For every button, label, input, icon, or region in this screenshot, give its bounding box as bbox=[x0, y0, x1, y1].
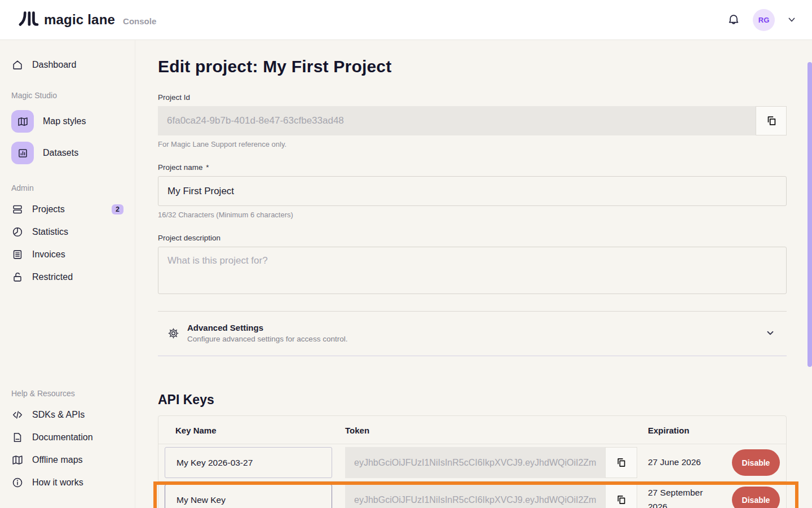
sidebar-item-label: Offline maps bbox=[32, 455, 83, 465]
sidebar: Dashboard Magic Studio Map styles Datase… bbox=[0, 40, 135, 508]
disable-key-button[interactable]: Disable bbox=[732, 487, 780, 508]
project-name-label-text: Project name bbox=[158, 163, 203, 172]
sidebar-item-dashboard[interactable]: Dashboard bbox=[0, 54, 135, 76]
pie-chart-icon bbox=[11, 226, 24, 238]
token-group bbox=[345, 484, 637, 508]
sidebar-section-help: Help & Resources bbox=[0, 389, 135, 398]
magic-lane-logo-icon bbox=[17, 10, 39, 29]
project-id-field bbox=[158, 106, 756, 135]
account-menu-chevron-down-icon[interactable] bbox=[787, 15, 796, 24]
project-id-helper: For Magic Lane Support reference only. bbox=[158, 140, 787, 148]
copy-project-id-button[interactable] bbox=[756, 106, 787, 135]
api-keys-title: API Keys bbox=[158, 392, 787, 408]
sidebar-item-label: How it works bbox=[32, 478, 83, 488]
key-name-input[interactable] bbox=[165, 484, 332, 508]
sidebar-item-statistics[interactable]: Statistics bbox=[0, 221, 135, 243]
api-keys-table: Key Name Token Expiration bbox=[158, 415, 787, 508]
sidebar-item-map-styles[interactable]: Map styles bbox=[0, 106, 135, 137]
sidebar-item-label: Statistics bbox=[32, 227, 68, 237]
home-icon bbox=[11, 59, 24, 71]
chevron-down-icon[interactable] bbox=[765, 328, 775, 338]
open-lock-icon bbox=[11, 271, 24, 283]
expiration-date: 27 September 2026 bbox=[638, 486, 723, 508]
datasets-icon-box bbox=[11, 142, 34, 164]
copy-icon bbox=[765, 115, 778, 127]
copy-icon bbox=[615, 494, 627, 506]
sidebar-item-label: SDKs & APIs bbox=[32, 410, 85, 420]
sidebar-item-label: Dashboard bbox=[32, 60, 76, 70]
sidebar-item-invoices[interactable]: Invoices bbox=[0, 243, 135, 266]
sidebar-item-projects[interactable]: Projects 2 bbox=[0, 198, 135, 221]
gear-icon bbox=[167, 327, 180, 340]
sidebar-item-datasets[interactable]: Datasets bbox=[0, 137, 135, 169]
project-id-group: Project Id For Magic Lane Support refere… bbox=[158, 93, 787, 148]
projects-stack-icon bbox=[11, 203, 24, 216]
sidebar-item-documentation[interactable]: Documentation bbox=[0, 426, 135, 449]
sidebar-item-label: Documentation bbox=[32, 432, 93, 443]
api-key-row: 27 September 2026 Disable bbox=[158, 481, 786, 508]
project-description-label: Project description bbox=[158, 234, 787, 242]
invoice-document-icon bbox=[11, 248, 24, 261]
column-header-token: Token bbox=[345, 426, 638, 435]
sidebar-item-label: Restricted bbox=[32, 272, 73, 282]
sidebar-section-magic-studio: Magic Studio bbox=[0, 91, 135, 100]
copy-token-button[interactable] bbox=[605, 447, 637, 478]
sidebar-item-label: Map styles bbox=[43, 116, 86, 126]
disable-key-button[interactable]: Disable bbox=[732, 449, 780, 476]
info-icon bbox=[11, 476, 24, 489]
advanced-settings-subtitle: Configure advanced settings for access c… bbox=[187, 335, 347, 343]
project-name-group: Project name * 16/32 Characters (Minimum… bbox=[158, 163, 787, 219]
copy-token-button[interactable] bbox=[605, 484, 637, 508]
column-header-expiration: Expiration bbox=[638, 426, 723, 435]
document-icon bbox=[11, 431, 24, 444]
sidebar-item-label: Projects bbox=[32, 204, 65, 214]
advanced-settings-toggle[interactable]: Advanced Settings Configure advanced set… bbox=[158, 311, 787, 356]
sidebar-item-restricted[interactable]: Restricted bbox=[0, 266, 135, 288]
token-field bbox=[345, 447, 605, 478]
vertical-scrollbar-thumb[interactable] bbox=[807, 62, 812, 367]
user-avatar[interactable]: RG bbox=[753, 9, 775, 31]
column-header-key-name: Key Name bbox=[165, 426, 345, 435]
token-field bbox=[345, 484, 605, 508]
expiration-date: 27 June 2026 bbox=[638, 456, 723, 469]
map-icon bbox=[11, 454, 24, 466]
api-key-row: 27 June 2026 Disable bbox=[158, 444, 786, 481]
brand-name: magic lane bbox=[44, 12, 115, 28]
project-name-helper: 16/32 Characters (Minimum 6 characters) bbox=[158, 211, 787, 219]
token-group bbox=[345, 447, 637, 478]
bar-chart-icon bbox=[17, 147, 29, 159]
required-asterisk: * bbox=[206, 163, 209, 172]
project-name-input[interactable] bbox=[158, 176, 787, 206]
sidebar-item-label: Invoices bbox=[32, 249, 65, 260]
page-title: Edit project: My First Project bbox=[158, 57, 787, 76]
project-description-group: Project description bbox=[158, 234, 787, 296]
top-bar: magic lane Console RG bbox=[0, 0, 812, 40]
sidebar-spacer bbox=[0, 288, 135, 374]
map-styles-icon-box bbox=[11, 110, 34, 133]
sidebar-item-label: Datasets bbox=[43, 148, 78, 158]
sidebar-item-how-it-works[interactable]: How it works bbox=[0, 471, 135, 494]
main-content: Edit project: My First Project Project I… bbox=[135, 40, 812, 508]
projects-count-badge: 2 bbox=[112, 204, 123, 214]
project-name-label: Project name * bbox=[158, 163, 787, 172]
advanced-settings-title: Advanced Settings bbox=[187, 323, 347, 332]
copy-icon bbox=[615, 457, 627, 468]
api-keys-header-row: Key Name Token Expiration bbox=[158, 416, 786, 444]
project-description-textarea[interactable] bbox=[158, 247, 787, 294]
key-name-input[interactable] bbox=[165, 447, 332, 478]
map-icon bbox=[17, 116, 29, 128]
code-icon bbox=[11, 409, 24, 421]
project-id-label: Project Id bbox=[158, 93, 787, 102]
product-name: Console bbox=[123, 16, 156, 26]
sidebar-section-admin: Admin bbox=[0, 183, 135, 192]
notifications-bell-icon[interactable] bbox=[727, 13, 740, 27]
sidebar-item-offline-maps[interactable]: Offline maps bbox=[0, 449, 135, 471]
sidebar-item-sdks-apis[interactable]: SDKs & APIs bbox=[0, 404, 135, 426]
